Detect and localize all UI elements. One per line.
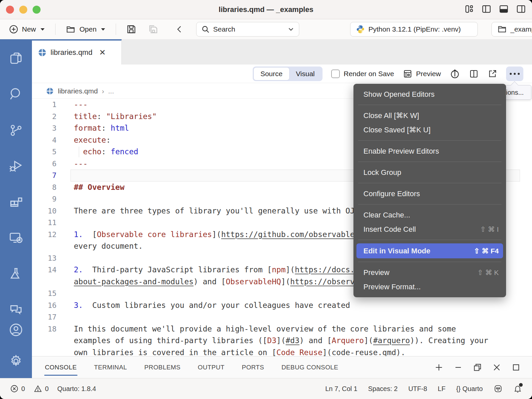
- restore-icon[interactable]: [473, 363, 482, 372]
- folder-icon: [497, 25, 507, 34]
- comments-icon[interactable]: [8, 302, 24, 317]
- search-icon[interactable]: [8, 86, 24, 102]
- source-control-icon[interactable]: [8, 122, 24, 138]
- menu-divider: [358, 105, 501, 105]
- account-icon[interactable]: [8, 322, 24, 337]
- status-bar: 00Quarto: 1.8.4 Ln 7, Col 1Spaces: 2UTF-…: [0, 378, 532, 399]
- menu-item-preview[interactable]: Preview⇧ ⌘ K: [353, 265, 506, 280]
- close-icon[interactable]: ✕: [99, 48, 106, 57]
- maximize-icon[interactable]: [511, 363, 521, 372]
- feedback-icon: [493, 384, 503, 393]
- search-icon: [201, 25, 210, 34]
- plus-circle-icon: [9, 24, 19, 34]
- open-button[interactable]: Open: [66, 24, 106, 34]
- toggle-primary-sidebar-icon[interactable]: [481, 4, 491, 14]
- menu-item-edit-in-visual-mode[interactable]: Edit in Visual Mode⇧ ⌘ F4: [356, 243, 503, 258]
- code-line[interactable]: own libraries is covered in the article …: [32, 347, 532, 356]
- code-line[interactable]: 18In this document we'll provide a high-…: [32, 323, 532, 335]
- chevron-down-icon[interactable]: [288, 27, 294, 32]
- activity-bar: [0, 39, 32, 378]
- new-button[interactable]: New: [9, 24, 45, 34]
- panel-tab-output[interactable]: OUTPUT: [197, 361, 225, 374]
- back-icon[interactable]: [175, 24, 184, 34]
- status-feedback-icon[interactable]: [493, 384, 503, 393]
- render-icon[interactable]: [450, 68, 460, 79]
- panel-tab-terminal[interactable]: TERMINAL: [93, 361, 128, 374]
- mode-toggle: Source Visual: [253, 66, 322, 81]
- save-icon[interactable]: [126, 24, 137, 35]
- editor-toolbar: Source Visual Render on Save Preview: [32, 65, 532, 83]
- menu-divider: [358, 162, 501, 162]
- minimize-icon[interactable]: [454, 363, 463, 372]
- menu-item-lock-group[interactable]: Lock Group: [353, 165, 506, 180]
- render-on-save-checkbox[interactable]: [331, 69, 340, 78]
- error-icon: [10, 384, 19, 393]
- menu-item-enable-preview-editors[interactable]: Enable Preview Editors: [353, 144, 506, 158]
- project-selector[interactable]: _examples: [491, 22, 532, 37]
- code-line[interactable]: 17: [32, 311, 532, 323]
- toggle-panel-icon[interactable]: [499, 4, 509, 14]
- breadcrumb-file[interactable]: libraries.qmd: [58, 87, 98, 95]
- app-window: libraries.qmd — _examples New: [0, 0, 532, 399]
- customize-layout-icon[interactable]: [464, 4, 474, 14]
- sessions-icon[interactable]: [8, 230, 24, 245]
- preview-button[interactable]: Preview: [403, 69, 441, 79]
- panel-tab-debug-console[interactable]: DEBUG CONSOLE: [281, 361, 339, 374]
- main-toolbar: New Open Search Python 3.12.1 (PipEnv: .…: [0, 19, 532, 40]
- menu-divider: [358, 240, 501, 240]
- status-spaces-2[interactable]: Spaces: 2: [368, 385, 398, 393]
- code-line[interactable]: 163. Custom libraries you and/or your co…: [32, 300, 532, 312]
- settings-gear-icon[interactable]: [8, 353, 24, 369]
- status-utf-8[interactable]: UTF-8: [408, 385, 427, 393]
- quarto-file-icon: [38, 48, 47, 57]
- open-external-icon[interactable]: [487, 69, 497, 79]
- extensions-icon[interactable]: [8, 194, 24, 209]
- save-all-icon[interactable]: [148, 24, 159, 35]
- title-bar: libraries.qmd — _examples: [0, 0, 532, 19]
- menu-item-configure-editors[interactable]: Configure Editors: [353, 187, 506, 201]
- tab-libraries-qmd[interactable]: libraries.qmd ✕: [32, 39, 122, 65]
- code-line[interactable]: examples of using third-party libraries …: [32, 335, 532, 347]
- status-quarto[interactable]: {} Quarto: [456, 385, 483, 393]
- status-0[interactable]: 0: [10, 384, 25, 393]
- menu-divider: [358, 262, 501, 262]
- more-actions-button[interactable]: [506, 66, 523, 81]
- breadcrumb-more[interactable]: ...: [108, 87, 114, 95]
- testing-icon[interactable]: [8, 266, 24, 281]
- menu-item-close-saved-k-u[interactable]: Close Saved [⌘K U]: [353, 123, 506, 137]
- visual-mode-button[interactable]: Visual: [289, 67, 322, 80]
- add-icon[interactable]: [434, 363, 444, 372]
- status-quarto-1-8-4[interactable]: Quarto: 1.8.4: [57, 385, 96, 393]
- folder-open-icon: [66, 24, 76, 34]
- split-editor-icon[interactable]: [469, 69, 479, 79]
- preview-icon: [403, 69, 413, 79]
- panel-tab-console[interactable]: CONSOLE: [44, 361, 77, 374]
- menu-item-preview-format[interactable]: Preview Format...: [353, 280, 506, 294]
- menu-item-insert-code-cell[interactable]: Insert Code Cell⇧ ⌘ I: [353, 222, 506, 236]
- menu-item-close-all-k-w[interactable]: Close All [⌘K W]: [353, 108, 506, 123]
- tab-strip: libraries.qmd ✕: [32, 39, 532, 65]
- status-lf[interactable]: LF: [438, 385, 446, 393]
- panel-tab-problems[interactable]: PROBLEMS: [144, 361, 181, 374]
- interpreter-label: Python 3.12.1 (PipEnv: .venv): [368, 25, 461, 33]
- python-icon: [356, 25, 365, 34]
- menu-item-clear-cache[interactable]: Clear Cache...: [353, 208, 506, 222]
- status-ln-7-col-1[interactable]: Ln 7, Col 1: [325, 385, 357, 393]
- run-debug-icon[interactable]: [8, 158, 24, 174]
- chevron-down-icon: [100, 27, 106, 31]
- tab-label: libraries.qmd: [51, 48, 92, 57]
- close-icon[interactable]: [492, 363, 501, 372]
- panel-bar: CONSOLETERMINALPROBLEMSOUTPUTPORTSDEBUG …: [32, 356, 532, 378]
- interpreter-selector[interactable]: Python 3.12.1 (PipEnv: .venv): [350, 22, 478, 37]
- toggle-secondary-sidebar-icon[interactable]: [516, 4, 526, 14]
- chevron-down-icon: [40, 27, 45, 31]
- menu-item-show-opened-editors[interactable]: Show Opened Editors: [353, 87, 506, 101]
- status-bell-icon[interactable]: [513, 384, 522, 393]
- explorer-icon[interactable]: [8, 51, 24, 66]
- source-mode-button[interactable]: Source: [254, 67, 289, 80]
- panel-tab-ports[interactable]: PORTS: [241, 361, 265, 374]
- search-input[interactable]: Search: [196, 22, 299, 37]
- preview-label: Preview: [416, 70, 441, 78]
- status-0[interactable]: 0: [34, 384, 49, 393]
- project-label: _examples: [510, 25, 532, 33]
